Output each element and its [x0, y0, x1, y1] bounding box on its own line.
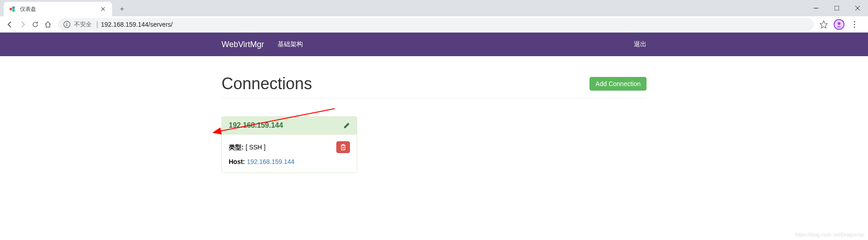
connection-panel-body: 类型: [ SSH ] Host: 192.168.159.144	[222, 134, 357, 173]
tab-close-icon[interactable]: ✕	[99, 5, 107, 13]
page-title: Connections	[222, 74, 312, 93]
svg-point-8	[66, 23, 67, 24]
connection-name[interactable]: 192.168.159.144	[229, 121, 283, 130]
delete-button[interactable]	[336, 141, 350, 153]
insecure-label: 不安全	[74, 20, 92, 29]
address-url: 192.168.159.144/servers/	[101, 21, 173, 28]
watermark: https://blog.csdn.net/Dragon/ao	[795, 232, 864, 237]
host-value[interactable]: 192.168.159.144	[247, 158, 294, 165]
type-label: 类型:	[229, 144, 244, 151]
browser-toolbar: 不安全 | 192.168.159.144/servers/	[0, 16, 868, 33]
profile-avatar[interactable]	[834, 19, 844, 30]
browser-tab-bar: 仪表盘 ✕ +	[0, 0, 868, 16]
svg-point-12	[854, 24, 855, 25]
svg-point-2	[12, 9, 15, 12]
host-label: Host:	[229, 158, 245, 165]
maximize-icon[interactable]	[826, 1, 847, 15]
minimize-icon[interactable]	[806, 1, 826, 15]
new-tab-button[interactable]: +	[116, 3, 128, 15]
svg-point-13	[854, 26, 855, 28]
tab-title: 仪表盘	[20, 5, 99, 13]
svg-point-11	[854, 21, 855, 22]
address-separator: |	[96, 20, 98, 29]
svg-point-10	[838, 22, 840, 25]
svg-point-0	[9, 8, 12, 10]
svg-point-1	[12, 6, 15, 9]
trash-icon	[340, 144, 346, 150]
forward-button[interactable]	[16, 18, 29, 31]
close-window-icon[interactable]	[847, 1, 868, 15]
info-icon	[63, 21, 71, 28]
browser-tab[interactable]: 仪表盘 ✕	[4, 2, 112, 16]
connection-type-row: 类型: [ SSH ]	[229, 141, 350, 153]
main-container: Connections Add Connection 192.168.159.1…	[215, 56, 653, 173]
edit-icon[interactable]	[344, 122, 350, 129]
add-connection-button[interactable]: Add Connection	[590, 77, 646, 91]
address-bar[interactable]: 不安全 | 192.168.159.144/servers/	[58, 18, 814, 31]
app-navbar: WebVirtMgr 基础架构 退出	[0, 33, 868, 56]
back-button[interactable]	[4, 18, 16, 31]
nav-infrastructure[interactable]: 基础架构	[271, 40, 310, 48]
page-header: Connections Add Connection	[222, 56, 646, 98]
connection-host-row: Host: 192.168.159.144	[229, 158, 350, 166]
bookmark-star-icon[interactable]	[817, 18, 830, 31]
type-value: [ SSH ]	[245, 144, 265, 151]
window-controls	[806, 0, 868, 16]
connection-panel-heading: 192.168.159.144	[222, 117, 357, 134]
svg-rect-4	[835, 6, 839, 10]
tab-favicon-icon	[9, 5, 16, 13]
nav-logout[interactable]: 退出	[627, 40, 653, 48]
brand-logo[interactable]: WebVirtMgr	[215, 40, 271, 49]
connection-panel: 192.168.159.144 类型: [ SSH ] Host:	[222, 116, 357, 173]
reload-button[interactable]	[29, 18, 42, 31]
browser-menu-icon[interactable]	[848, 18, 861, 31]
home-button[interactable]	[42, 18, 54, 31]
